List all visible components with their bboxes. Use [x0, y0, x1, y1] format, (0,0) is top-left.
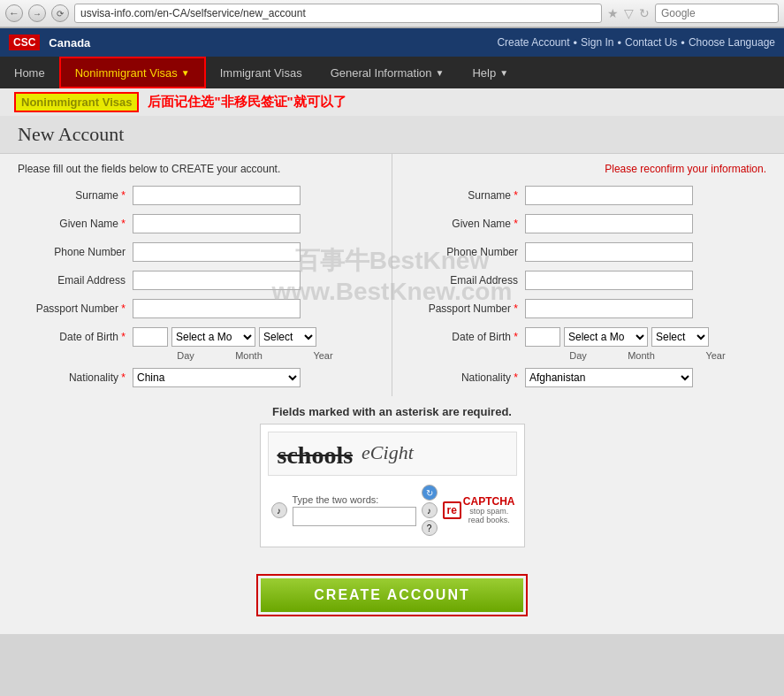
nav-dropdown-arrow: ▼ — [181, 68, 190, 78]
right-desc: Please reconfirm your information. — [410, 163, 766, 175]
captcha-word2: eCight — [362, 441, 414, 470]
captcha-help-icon[interactable]: ? — [422, 520, 438, 536]
phone-input-left[interactable] — [133, 242, 301, 262]
form-left: Please fill out the fields below to CREA… — [0, 154, 392, 396]
email-label-left: Email Address — [18, 274, 133, 287]
given-name-row-right: Given Name * — [410, 214, 766, 233]
captcha-refresh-icon[interactable]: ↻ — [422, 485, 438, 501]
contact-us-link[interactable]: Contact Us — [625, 36, 677, 49]
required-note: Fields marked with an asterisk are requi… — [0, 396, 784, 424]
dob-month-select-right[interactable]: Select a Mo January February — [564, 327, 648, 347]
create-account-section: CREATE ACCOUNT — [0, 565, 784, 634]
passport-label-left: Passport Number * — [18, 302, 133, 315]
nav-immigrant-visas[interactable]: Immigrant Visas — [206, 57, 316, 88]
email-row-right: Email Address — [410, 271, 766, 290]
dob-day-input-left[interactable] — [133, 327, 168, 347]
forward-button[interactable]: → — [28, 4, 46, 22]
nationality-required-right: * — [514, 371, 518, 384]
dob-year-select-left[interactable]: Select 2000 1999 — [259, 327, 316, 347]
captcha-instruction: Type the two words: — [293, 494, 416, 505]
create-account-button[interactable]: CREATE ACCOUNT — [261, 578, 522, 612]
passport-required-right: * — [514, 302, 518, 315]
recaptcha-sub-text: stop spam.read books. — [463, 508, 515, 525]
email-label-right: Email Address — [410, 274, 525, 287]
nav-general-information[interactable]: General Information ▼ — [316, 57, 459, 88]
passport-required-left: * — [121, 302, 126, 315]
nav-nonimmigrant-visas[interactable]: Nonimmigrant Visas ▼ — [59, 57, 206, 88]
annotation-bar: Nonimmigrant Visas 后面记住选"非移民签证"就可以了 — [0, 88, 784, 116]
nationality-label-left: Nationality * — [18, 371, 133, 384]
address-bar[interactable] — [74, 4, 602, 23]
given-name-required-left: * — [121, 218, 126, 230]
nav-help-arrow: ▼ — [499, 68, 508, 78]
form-right: Please reconfirm your information. Surna… — [392, 154, 784, 396]
captcha-side-icons: ↻ ♪ ? — [422, 485, 438, 536]
captcha-audio-icon[interactable]: ♪ — [271, 502, 287, 518]
nationality-label-right: Nationality * — [410, 371, 525, 384]
surname-input-left[interactable] — [133, 186, 301, 205]
nationality-row-left: Nationality * China Afghanistan United S… — [18, 368, 374, 387]
phone-input-right[interactable] — [525, 242, 693, 262]
form-area: 百事牛BestKnewwww.BestKnew.com Please fill … — [0, 154, 784, 396]
dob-required-left: * — [121, 331, 126, 343]
bookmark-star-icon[interactable]: ★ — [607, 6, 619, 20]
country-label: Canada — [49, 36, 90, 50]
page-title-bar: New Account — [0, 116, 784, 154]
captcha-container: schools eCight ♪ Type the two words: ↻ ♪… — [260, 424, 525, 547]
dob-year-label-left: Year — [294, 350, 352, 361]
phone-row-right: Phone Number — [410, 242, 766, 262]
page-title: New Account — [18, 123, 766, 146]
email-input-right[interactable] — [525, 271, 693, 290]
choose-language-link[interactable]: Choose Language — [689, 36, 775, 49]
dob-year-select-right[interactable]: Select 2000 — [651, 327, 709, 347]
refresh-icon[interactable]: ↻ — [639, 6, 650, 20]
dob-labels-right: Day Month Year — [410, 350, 766, 361]
nav-help[interactable]: Help ▼ — [458, 57, 522, 88]
surname-row-left: Surname * — [18, 186, 374, 205]
passport-input-left[interactable] — [133, 299, 301, 318]
site-header-top: CSC Canada Create Account • Sign In • Co… — [0, 28, 784, 57]
given-name-required-right: * — [514, 218, 518, 230]
given-name-input-left[interactable] — [133, 214, 301, 233]
passport-input-right[interactable] — [525, 299, 693, 318]
nav-home[interactable]: Home — [0, 57, 59, 88]
page-content: New Account 百事牛BestKnewwww.BestKnew.com … — [0, 116, 784, 634]
dob-day-label-left: Day — [168, 350, 203, 361]
sign-in-link[interactable]: Sign In — [581, 36, 613, 49]
surname-input-right[interactable] — [525, 186, 693, 205]
nationality-select-right[interactable]: Afghanistan China United States — [525, 368, 693, 387]
given-name-label-right: Given Name * — [410, 218, 525, 230]
nationality-row-right: Nationality * Afghanistan China United S… — [410, 368, 766, 387]
surname-required-right: * — [514, 189, 518, 202]
surname-required-left: * — [121, 189, 126, 202]
browser-toolbar: ← → ⟳ ★ ▽ ↻ — [0, 0, 784, 27]
phone-row-left: Phone Number — [18, 242, 374, 262]
phone-label-right: Phone Number — [410, 246, 525, 258]
captcha-word1: schools — [278, 441, 354, 470]
email-row-left: Email Address — [18, 271, 374, 290]
email-input-left[interactable] — [133, 271, 301, 290]
nonimmigrant-annotation-label: Nonimmigrant Visas — [14, 92, 139, 112]
search-bar[interactable] — [655, 4, 779, 23]
given-name-row-left: Given Name * — [18, 214, 374, 233]
given-name-input-right[interactable] — [525, 214, 693, 233]
passport-row-right: Passport Number * — [410, 299, 766, 318]
reload-button[interactable]: ⟳ — [51, 4, 69, 22]
captcha-audio2-icon[interactable]: ♪ — [422, 502, 438, 518]
dob-month-label-right: Month — [599, 350, 683, 361]
create-account-link[interactable]: Create Account — [497, 36, 569, 49]
captcha-text-input[interactable] — [293, 507, 416, 526]
dob-month-select-left[interactable]: Select a Mo January February March — [171, 327, 255, 347]
dob-row-left: Date of Birth * Select a Mo January Febr… — [18, 327, 374, 347]
back-button[interactable]: ← — [5, 4, 23, 22]
dob-day-input-right[interactable] — [525, 327, 560, 347]
captcha-control-icons: ♪ — [271, 502, 287, 518]
nationality-select-left[interactable]: China Afghanistan United States — [133, 368, 301, 387]
captcha-image-area: schools eCight — [268, 432, 517, 476]
given-name-label-left: Given Name * — [18, 218, 133, 230]
dob-row-right: Date of Birth * Select a Mo January Febr… — [410, 327, 766, 347]
recaptcha-main-text: CAPTCHA — [463, 495, 515, 508]
recaptcha-logo: re CAPTCHA stop spam.read books. — [443, 495, 514, 525]
passport-label-right: Passport Number * — [410, 302, 525, 315]
passport-row-left: Passport Number * — [18, 299, 374, 318]
